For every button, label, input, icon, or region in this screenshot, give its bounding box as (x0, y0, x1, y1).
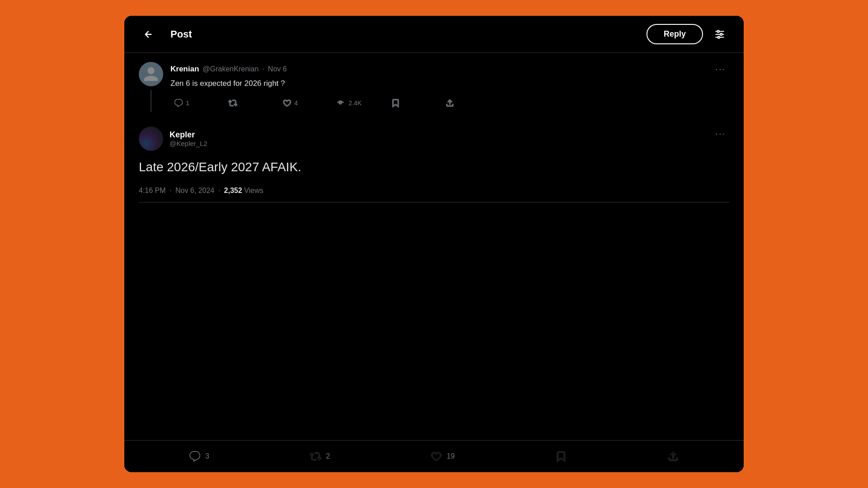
bottom-like-action[interactable]: 19 (425, 447, 460, 466)
post-views-text: Views (244, 187, 263, 194)
bottom-bookmark-icon (555, 450, 567, 462)
main-post-divider (139, 202, 729, 202)
original-post-text: Zen 6 is expected for 2026 right ? (170, 78, 729, 89)
original-post-retweet-action[interactable] (225, 96, 279, 110)
original-post-username: Krenian (170, 65, 199, 74)
post-timestamp: 4:16 PM · Nov 6, 2024 · 2,352 Views (139, 187, 729, 195)
share-icon (445, 99, 454, 108)
original-post-actions: 1 4 (170, 96, 729, 110)
bookmark-icon (391, 99, 400, 108)
original-post-handle: @GrakenKrenian (203, 65, 259, 73)
main-user-info: Kepler @Kepler_L2 (170, 130, 208, 147)
content-area: Krenian @GrakenKrenian · Nov 6 ··· Zen 6… (124, 53, 744, 440)
original-post: Krenian @GrakenKrenian · Nov 6 ··· Zen 6… (124, 53, 744, 117)
original-post-reply-action[interactable]: 1 (170, 96, 225, 110)
main-post-handle: @Kepler_L2 (170, 140, 208, 147)
back-button[interactable] (139, 25, 158, 44)
bottom-retweet-count: 2 (326, 452, 330, 460)
adjust-icon-button[interactable] (710, 25, 729, 44)
bottom-share-action[interactable] (662, 447, 684, 466)
header-left: Post (139, 25, 192, 44)
page-title: Post (170, 28, 192, 40)
comment-icon (174, 99, 183, 108)
original-post-share-action[interactable] (442, 96, 496, 110)
bottom-actions-bar: 3 2 19 (124, 440, 744, 472)
svg-point-5 (718, 36, 720, 38)
main-post-more-button[interactable]: ··· (712, 127, 729, 141)
bottom-retweet-action[interactable]: 2 (304, 447, 335, 466)
svg-point-3 (717, 30, 719, 32)
original-post-meta: Krenian @GrakenKrenian · Nov 6 (170, 65, 287, 74)
svg-point-4 (720, 33, 722, 35)
header-right: Reply (646, 24, 729, 44)
bottom-reply-action[interactable]: 3 (184, 447, 215, 466)
reply-button[interactable]: Reply (646, 24, 703, 44)
bottom-heart-icon (430, 450, 442, 462)
separator-2: · (218, 187, 222, 194)
original-post-views-action[interactable]: 2.4K (333, 96, 387, 110)
original-post-more-button[interactable]: ··· (712, 62, 729, 76)
original-post-header: Krenian @GrakenKrenian · Nov 6 ··· (170, 62, 729, 76)
main-post-header: Kepler @Kepler_L2 ··· (139, 127, 729, 151)
bottom-reply-count: 3 (205, 452, 209, 460)
main-post-username: Kepler (170, 130, 208, 140)
retweet-icon (228, 99, 237, 108)
bottom-share-icon (667, 450, 679, 462)
original-post-date: Nov 6 (268, 65, 287, 73)
header: Post Reply (124, 16, 744, 53)
kepler-avatar-image (139, 127, 163, 151)
post-full-date: Nov 6, 2024 (175, 187, 214, 194)
thread-line (151, 90, 151, 112)
original-post-avatar (139, 62, 163, 86)
original-post-like-count: 4 (294, 99, 298, 107)
original-post-views-count: 2.4K (349, 99, 362, 107)
main-post-user: Kepler @Kepler_L2 (139, 127, 208, 151)
bottom-like-count: 19 (447, 452, 455, 460)
bottom-bookmark-action[interactable] (550, 447, 572, 466)
post-time: 4:16 PM (139, 187, 166, 194)
bottom-retweet-icon (310, 450, 321, 462)
main-post: Kepler @Kepler_L2 ··· Late 2026/Early 20… (124, 117, 744, 219)
main-post-avatar (139, 127, 163, 151)
original-post-dot: · (262, 65, 264, 73)
app-window: Post Reply (124, 16, 744, 472)
main-post-text: Late 2026/Early 2027 AFAIK. (139, 158, 729, 176)
separator-1: · (170, 187, 174, 194)
original-post-bookmark-action[interactable] (387, 96, 442, 110)
original-post-body: Krenian @GrakenKrenian · Nov 6 ··· Zen 6… (170, 62, 729, 112)
bottom-comment-icon (189, 450, 201, 462)
heart-icon (283, 99, 292, 108)
original-post-avatar-col (139, 62, 163, 112)
original-post-reply-count: 1 (186, 99, 189, 107)
post-view-count: 2,352 (224, 187, 242, 194)
views-icon (337, 99, 346, 108)
original-post-like-action[interactable]: 4 (279, 96, 333, 110)
